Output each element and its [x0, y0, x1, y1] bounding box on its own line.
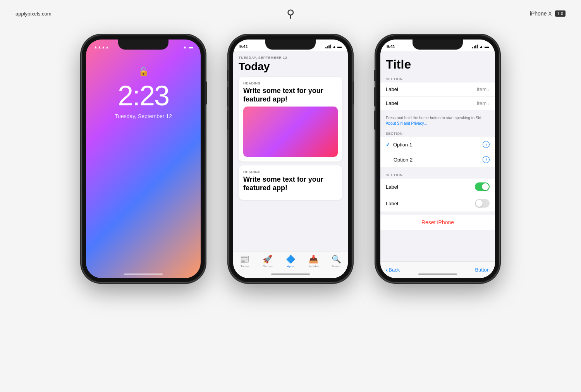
iphone-lockscreen: ▲▲▲▲ ▲ ▬ 🔓 2:23 Tuesday, September 12 — [81, 35, 205, 283]
back-button[interactable]: ‹ Back — [386, 266, 400, 273]
phones-container: ▲▲▲▲ ▲ ▬ 🔓 2:23 Tuesday, September 12 — [0, 27, 581, 291]
lock-icon: 🔓 — [138, 67, 149, 77]
tab-apps-icon: 🔷 — [286, 254, 296, 264]
tab-games-icon: 🚀 — [263, 254, 272, 264]
app-store-title: Today — [239, 60, 342, 73]
lock-battery: ▬ — [189, 45, 193, 49]
settings-row-toggle2[interactable]: Label — [380, 195, 495, 211]
row1-value: Item — [477, 86, 486, 92]
bar3 — [328, 45, 330, 48]
settings-title: Title — [386, 57, 490, 72]
back-label: Back — [388, 267, 400, 273]
nav-button[interactable]: Button — [475, 267, 490, 273]
notch — [265, 40, 316, 50]
app-status-time: 9:41 — [239, 44, 248, 49]
header: applypixels.com ⚲ iPhone X 1.0 — [0, 0, 581, 27]
bar1 — [472, 47, 473, 48]
settings-group-1: Label Item › Label Item › — [380, 83, 495, 110]
siri-link[interactable]: About Siri and Privacy... — [386, 121, 427, 126]
lock-signal: ▲▲▲▲ — [94, 45, 109, 49]
chevron-icon: › — [488, 101, 490, 106]
iphone-appstore: 9:41 ▲ ▬ Tuesday, September 12 — [229, 35, 352, 283]
option1-left: ✓ Option 1 — [386, 142, 412, 148]
settings-row-option1[interactable]: ✓ Option 1 i — [380, 137, 495, 152]
tab-today-label: Today — [241, 265, 249, 268]
notch — [118, 40, 168, 50]
tab-games-label: Games — [263, 265, 273, 268]
row1-right: Item › — [477, 86, 490, 92]
toggle-knob — [482, 183, 489, 190]
card1-text: Write some text for your featured app! — [243, 87, 338, 103]
app-store-date: Tuesday, September 12 — [239, 56, 342, 60]
app-store-content: Tuesday, September 12 Today HEADING Writ… — [233, 51, 348, 251]
tab-apps[interactable]: 🔷 Apps — [279, 254, 302, 268]
toggle-off[interactable] — [475, 199, 490, 208]
section2-label: SECTION — [380, 129, 495, 137]
tab-updates-icon: 📥 — [309, 254, 318, 264]
bar2 — [474, 46, 475, 48]
row2-right: Item › — [477, 100, 490, 106]
design-icon: ⚲ — [287, 7, 295, 20]
lock-wifi: ▲ — [183, 45, 187, 49]
settings-header-area: Title — [380, 51, 495, 74]
row1-label: Label — [386, 86, 398, 92]
signal-bars — [325, 45, 331, 48]
settings-row-option2[interactable]: Option 2 i — [380, 152, 495, 167]
siri-note: Press and hold the home button to start … — [380, 113, 495, 129]
lock-status-right: ▲ ▬ — [183, 45, 193, 49]
bar2 — [327, 46, 328, 48]
app-card-1: HEADING Write some text for your feature… — [239, 77, 342, 162]
bar4 — [330, 45, 331, 48]
card1-image — [243, 107, 338, 157]
tab-apps-label: Apps — [287, 265, 294, 268]
option2-left: Option 2 — [386, 157, 413, 163]
reset-button[interactable]: Reset iPhone — [421, 219, 454, 225]
settings-wifi-icon: ▲ — [479, 44, 483, 49]
settings-content: SECTION Label Item › Label It — [380, 74, 495, 261]
logo: applypixels.com — [15, 11, 52, 17]
tab-today[interactable]: 📰 Today — [233, 254, 256, 268]
lock-date: Tuesday, September 12 — [115, 113, 172, 119]
info-btn-option2[interactable]: i — [483, 156, 490, 163]
section3-label: SECTION — [380, 170, 495, 179]
settings-group-2: ✓ Option 1 i Option 2 i — [380, 137, 495, 167]
card2-text: Write some text for your featured app! — [243, 175, 338, 192]
iphone-settings: 9:41 ▲ ▬ Title — [376, 35, 500, 283]
home-indicator — [418, 273, 457, 275]
option1-label: Option 1 — [393, 142, 412, 148]
app-status-icons: ▲ ▬ — [325, 44, 342, 49]
settings-battery-icon: ▬ — [485, 44, 489, 49]
section1-label: SECTION — [380, 74, 495, 83]
notch — [413, 40, 463, 50]
chevron-icon: › — [488, 87, 490, 92]
wifi-icon: ▲ — [332, 45, 336, 49]
settings-screen: 9:41 ▲ ▬ Title — [380, 40, 495, 278]
siri-note-text: Press and hold the home button to start … — [386, 116, 482, 120]
toggle1-label: Label — [386, 184, 398, 190]
settings-status-icons: ▲ ▬ — [472, 44, 489, 49]
settings-nav-bar: ‹ Back Button — [380, 261, 495, 278]
tab-search[interactable]: 🔍 Search — [325, 254, 348, 268]
tab-updates[interactable]: 📥 Updates — [302, 254, 325, 268]
settings-row-toggle1[interactable]: Label — [380, 179, 495, 195]
reset-row[interactable]: Reset iPhone — [380, 215, 495, 230]
device-label: iPhone X — [530, 10, 552, 17]
tab-today-icon: 📰 — [240, 254, 249, 264]
header-right: iPhone X 1.0 — [530, 10, 566, 17]
settings-row-label2[interactable]: Label Item › — [380, 96, 495, 110]
lock-time: 2:23 — [118, 80, 169, 112]
toggle-knob — [476, 200, 483, 207]
version-badge: 1.0 — [555, 10, 566, 17]
toggle2-label: Label — [386, 201, 398, 206]
lockscreen-screen: ▲▲▲▲ ▲ ▬ 🔓 2:23 Tuesday, September 12 — [86, 40, 201, 278]
settings-row-label1[interactable]: Label Item › — [380, 83, 495, 96]
info-btn-option1[interactable]: i — [483, 141, 490, 148]
tab-search-icon: 🔍 — [332, 254, 341, 264]
settings-bg: 9:41 ▲ ▬ Title — [380, 40, 495, 278]
toggle-on[interactable] — [475, 182, 490, 191]
bar4 — [477, 45, 478, 48]
app-card-2: HEADING Write some text for your feature… — [239, 165, 342, 200]
tab-games[interactable]: 🚀 Games — [256, 254, 279, 268]
signal-bars — [472, 45, 478, 48]
settings-group-3: Label Label — [380, 179, 495, 211]
